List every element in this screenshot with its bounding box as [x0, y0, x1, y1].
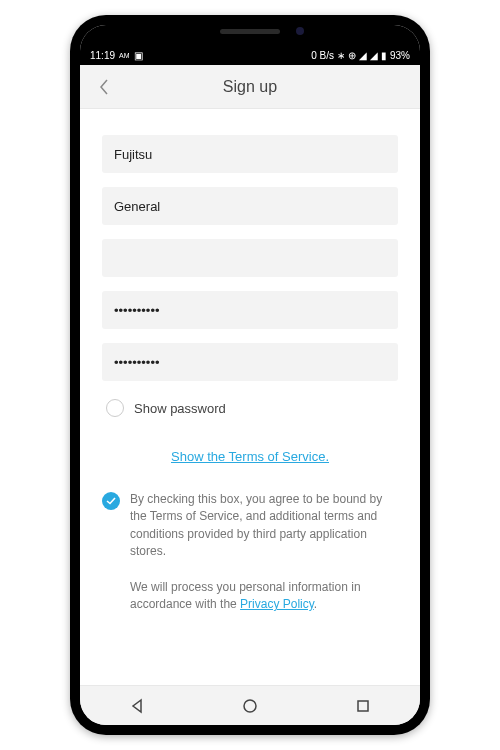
show-password-label: Show password: [134, 401, 226, 416]
svg-rect-1: [358, 701, 368, 711]
email-field[interactable]: [102, 239, 398, 277]
android-nav-bar: [80, 685, 420, 725]
last-name-field[interactable]: [102, 187, 398, 225]
status-time: 11:19: [90, 50, 115, 61]
nav-recent-button[interactable]: [338, 691, 388, 721]
privacy-policy-link[interactable]: Privacy Policy: [240, 597, 314, 611]
nav-home-button[interactable]: [225, 691, 275, 721]
status-speed: 0 B/s: [311, 50, 334, 61]
nav-back-button[interactable]: [112, 691, 162, 721]
phone-speaker: [220, 29, 280, 34]
confirm-password-field[interactable]: [102, 343, 398, 381]
agree-text: By checking this box, you agree to be bo…: [130, 491, 398, 561]
wifi-icon: ◢: [359, 50, 367, 61]
phone-frame: 11:19 AM ▣ 0 B/s ∗ ⊕ ◢ ◢ ▮ 93% Sign up: [70, 15, 430, 735]
page-title: Sign up: [80, 78, 420, 96]
bluetooth-icon: ∗: [337, 50, 345, 61]
agree-checkbox[interactable]: [102, 492, 120, 510]
show-password-toggle[interactable]: [106, 399, 124, 417]
password-field[interactable]: [102, 291, 398, 329]
form-content: Show password Show the Terms of Service.…: [80, 109, 420, 685]
privacy-suffix: .: [314, 597, 317, 611]
status-battery: 93%: [390, 50, 410, 61]
agree-row: By checking this box, you agree to be bo…: [102, 491, 398, 561]
screen: 11:19 AM ▣ 0 B/s ∗ ⊕ ◢ ◢ ▮ 93% Sign up: [80, 25, 420, 725]
first-name-field[interactable]: [102, 135, 398, 173]
tos-link[interactable]: Show the Terms of Service.: [171, 449, 329, 464]
show-password-row: Show password: [106, 399, 398, 417]
signal-icon: ◢: [370, 50, 378, 61]
status-ampm: AM: [119, 52, 130, 59]
phone-camera: [296, 27, 304, 35]
back-button[interactable]: [90, 73, 118, 101]
svg-point-0: [244, 700, 256, 712]
privacy-text: We will process you personal information…: [102, 579, 398, 614]
app-bar: Sign up: [80, 65, 420, 109]
vibrate-icon: ⊕: [348, 50, 356, 61]
battery-icon: ▮: [381, 50, 387, 61]
image-icon: ▣: [134, 50, 143, 61]
